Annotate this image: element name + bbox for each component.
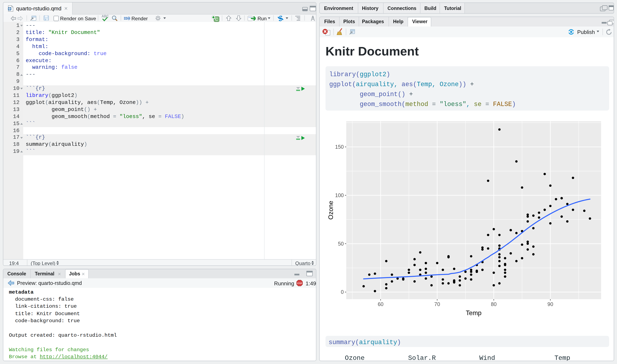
svg-text:90: 90 [548,301,553,307]
svg-text:80: 80 [491,301,497,307]
svg-text:Temp: Temp [466,309,482,317]
svg-text:50: 50 [338,241,344,247]
svg-text:STOP: STOP [297,282,302,284]
svg-text:70: 70 [434,301,440,307]
svg-text:Ozone: Ozone [327,201,334,220]
svg-text:60: 60 [378,301,384,307]
svg-text:150: 150 [335,144,344,150]
svg-text:C: C [215,17,218,21]
svg-text:0: 0 [341,289,344,295]
svg-text:100: 100 [335,192,344,198]
